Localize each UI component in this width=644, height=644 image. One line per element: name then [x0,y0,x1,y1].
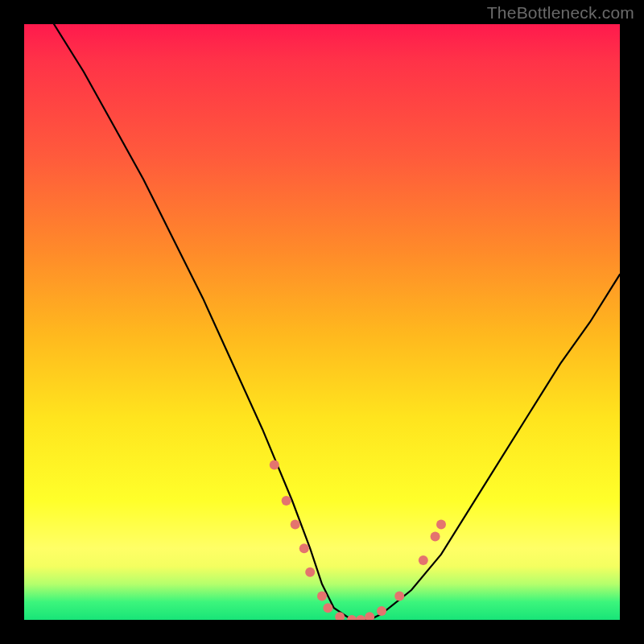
marker-dot [317,591,327,601]
chart-frame: TheBottleneck.com [0,0,644,644]
marker-dot [270,460,279,470]
marker-dot [436,520,446,530]
highlight-dots [270,460,446,620]
watermark-text: TheBottleneck.com [487,3,634,23]
marker-dot [394,591,404,601]
marker-dot [282,496,291,506]
marker-dot [299,543,309,553]
plot-area [24,24,620,620]
marker-dot [305,568,315,577]
marker-dot [377,606,386,616]
marker-dot [347,615,357,620]
bottleneck-curve [54,24,620,620]
marker-dot [365,612,374,620]
marker-dot [431,531,440,541]
chart-overlay [24,24,620,620]
marker-dot [291,520,300,530]
marker-dot [323,603,332,613]
marker-dot [356,615,365,620]
marker-dot [419,555,428,565]
